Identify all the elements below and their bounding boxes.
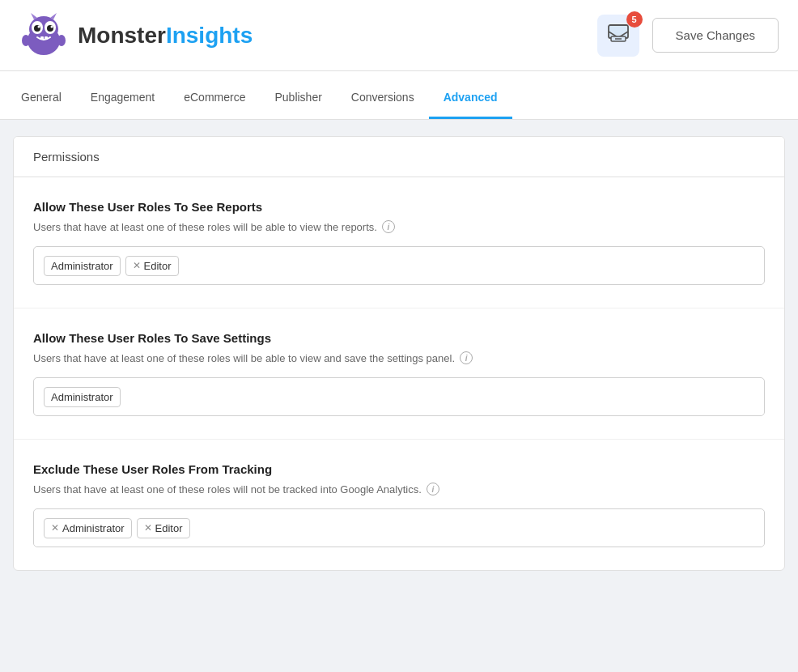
- section-save-settings: Allow These User Roles To Save SettingsU…: [14, 308, 784, 440]
- section-description: Users that have at least one of these ro…: [33, 220, 765, 233]
- tag-label: Administrator: [51, 391, 113, 403]
- section-exclude-tracking: Exclude These User Roles From TrackingUs…: [14, 440, 784, 570]
- tag-administrator: Administrator: [44, 256, 121, 276]
- section-title: Exclude These User Roles From Tracking: [33, 462, 765, 476]
- tab-advanced[interactable]: Advanced: [429, 78, 512, 119]
- card-body: Allow These User Roles To See ReportsUse…: [14, 177, 784, 570]
- tab-ecommerce[interactable]: eCommerce: [169, 78, 260, 119]
- notification-badge: 5: [626, 11, 643, 28]
- tags-input-see-reports[interactable]: Administrator✕Editor: [33, 246, 765, 285]
- notification-icon: [608, 24, 629, 47]
- section-title: Allow These User Roles To Save Settings: [33, 331, 765, 345]
- card-header: Permissions: [14, 137, 784, 177]
- tags-input-save-settings[interactable]: Administrator: [33, 377, 765, 416]
- svg-point-12: [22, 35, 30, 46]
- logo-icon: [19, 11, 68, 60]
- section-description: Users that have at least one of these ro…: [33, 483, 765, 495]
- info-icon[interactable]: i: [382, 220, 395, 233]
- tag-label: Administrator: [62, 522, 125, 534]
- info-icon[interactable]: i: [427, 483, 439, 495]
- app-header: MonsterInsights 5 Save Changes: [0, 0, 798, 71]
- section-title: Allow These User Roles To See Reports: [33, 200, 765, 214]
- svg-point-6: [38, 25, 40, 28]
- tag-administrator: ✕Administrator: [44, 518, 132, 538]
- logo-text: MonsterInsights: [78, 23, 253, 49]
- svg-point-13: [57, 35, 66, 46]
- tabs-bar: GeneralEngagementeCommercePublisherConve…: [0, 71, 798, 120]
- svg-rect-9: [45, 36, 48, 40]
- tab-conversions[interactable]: Conversions: [337, 78, 429, 119]
- tag-remove-icon[interactable]: ✕: [51, 523, 59, 533]
- tag-administrator: Administrator: [44, 387, 121, 407]
- tag-label: Editor: [144, 260, 172, 272]
- svg-rect-8: [40, 36, 44, 40]
- card-header-label: Permissions: [33, 150, 100, 164]
- header-actions: 5 Save Changes: [597, 15, 779, 57]
- tab-publisher[interactable]: Publisher: [260, 78, 336, 119]
- section-see-reports: Allow These User Roles To See ReportsUse…: [14, 177, 784, 308]
- tag-editor: ✕Editor: [137, 518, 190, 538]
- tags-input-exclude-tracking[interactable]: ✕Administrator✕Editor: [33, 508, 765, 547]
- tag-label: Administrator: [51, 260, 113, 272]
- logo-area: MonsterInsights: [19, 11, 253, 60]
- main-content: Permissions Allow These User Roles To Se…: [0, 120, 798, 587]
- info-icon[interactable]: i: [460, 351, 473, 364]
- notification-button[interactable]: 5: [597, 15, 639, 57]
- save-changes-button[interactable]: Save Changes: [652, 18, 779, 53]
- tag-label: Editor: [155, 522, 183, 534]
- tab-general[interactable]: General: [6, 78, 76, 119]
- tag-editor: ✕Editor: [125, 256, 179, 276]
- settings-card: Permissions Allow These User Roles To Se…: [13, 136, 785, 571]
- section-description: Users that have at least one of these ro…: [33, 351, 765, 364]
- tag-remove-icon[interactable]: ✕: [133, 261, 141, 270]
- svg-point-7: [51, 25, 53, 28]
- tag-remove-icon[interactable]: ✕: [144, 523, 152, 533]
- tab-engagement[interactable]: Engagement: [76, 78, 169, 119]
